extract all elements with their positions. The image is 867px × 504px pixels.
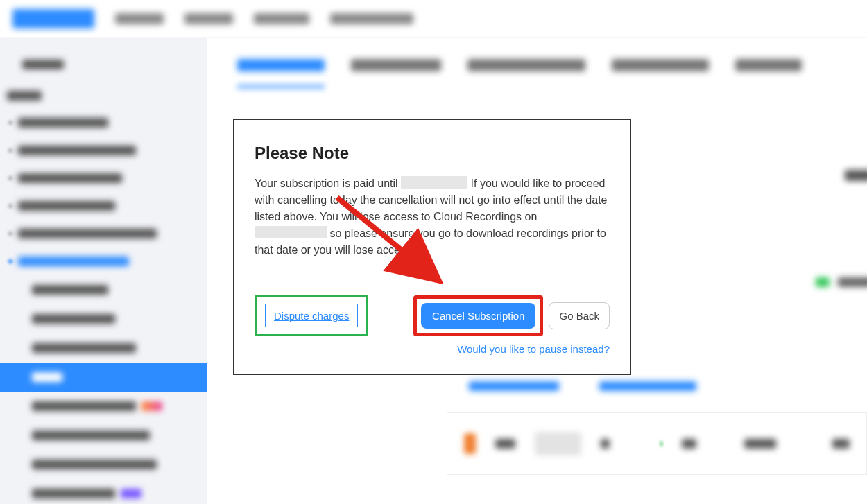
top-navbar bbox=[0, 0, 867, 38]
annotation-green-box: Dispute charges bbox=[255, 295, 368, 336]
nav-item[interactable] bbox=[184, 13, 233, 24]
tab[interactable] bbox=[612, 59, 709, 71]
plan-detail bbox=[601, 439, 610, 449]
plan-date bbox=[744, 439, 776, 449]
cancel-subscription-dialog: Please Note Your subscription is paid un… bbox=[233, 119, 631, 375]
status-dot-icon bbox=[660, 441, 662, 446]
background-text bbox=[845, 170, 867, 181]
plan-detail-box bbox=[535, 432, 581, 455]
dialog-title: Please Note bbox=[255, 144, 610, 163]
sidebar-item[interactable] bbox=[0, 109, 207, 137]
sidebar bbox=[0, 38, 207, 504]
sidebar-item[interactable] bbox=[0, 220, 207, 247]
sidebar-subitem[interactable] bbox=[0, 304, 207, 333]
sidebar-item[interactable] bbox=[0, 137, 207, 164]
plan-name bbox=[495, 439, 515, 449]
tab[interactable] bbox=[467, 59, 585, 71]
plan-status bbox=[682, 439, 696, 449]
badge-icon bbox=[121, 489, 141, 498]
brand-logo[interactable] bbox=[12, 9, 94, 28]
dispute-charges-container: Dispute charges bbox=[265, 304, 358, 327]
sidebar-item[interactable] bbox=[0, 51, 207, 78]
dialog-body-text: Your subscription is paid until bbox=[255, 177, 401, 189]
redacted-date bbox=[255, 226, 327, 238]
nav-item[interactable] bbox=[330, 13, 413, 24]
annotation-red-box: Cancel Subscription bbox=[413, 295, 543, 336]
cancel-subscription-button[interactable]: Cancel Subscription bbox=[421, 303, 535, 329]
background-link[interactable] bbox=[469, 381, 559, 391]
dialog-body: Your subscription is paid until If you w… bbox=[255, 175, 610, 259]
nav-item[interactable] bbox=[254, 13, 309, 24]
redacted-date bbox=[401, 176, 467, 189]
badge-icon bbox=[141, 401, 162, 411]
plan-row bbox=[447, 412, 867, 475]
background-status bbox=[816, 277, 830, 287]
active-tab-underline bbox=[237, 85, 325, 88]
sidebar-subitem[interactable] bbox=[0, 392, 207, 421]
sidebar-subitem[interactable] bbox=[0, 421, 207, 450]
sidebar-group-label bbox=[7, 91, 42, 101]
background-link[interactable] bbox=[599, 381, 696, 391]
tab[interactable] bbox=[351, 59, 441, 71]
sidebar-item[interactable] bbox=[0, 192, 207, 220]
billing-tabs bbox=[237, 59, 867, 71]
sidebar-subitem-billing[interactable] bbox=[0, 363, 207, 392]
plan-thumbnail bbox=[464, 433, 476, 454]
pause-instead-link[interactable]: Would you like to pause instead? bbox=[255, 343, 610, 355]
go-back-button[interactable]: Go Back bbox=[549, 302, 610, 329]
plan-action[interactable] bbox=[832, 439, 850, 449]
dialog-actions: Dispute charges Cancel Subscription Go B… bbox=[255, 295, 610, 336]
sidebar-subitem[interactable] bbox=[0, 450, 207, 479]
tab[interactable] bbox=[735, 59, 802, 71]
nav-item[interactable] bbox=[115, 13, 164, 24]
sidebar-item-account-mgmt[interactable] bbox=[0, 247, 207, 275]
sidebar-subitem[interactable] bbox=[0, 479, 207, 504]
dispute-charges-link[interactable]: Dispute charges bbox=[274, 310, 349, 322]
sidebar-subitem[interactable] bbox=[0, 275, 207, 304]
tab-current-plans[interactable] bbox=[237, 59, 325, 71]
background-text bbox=[838, 277, 867, 287]
sidebar-item[interactable] bbox=[0, 164, 207, 192]
sidebar-subitem[interactable] bbox=[0, 333, 207, 363]
